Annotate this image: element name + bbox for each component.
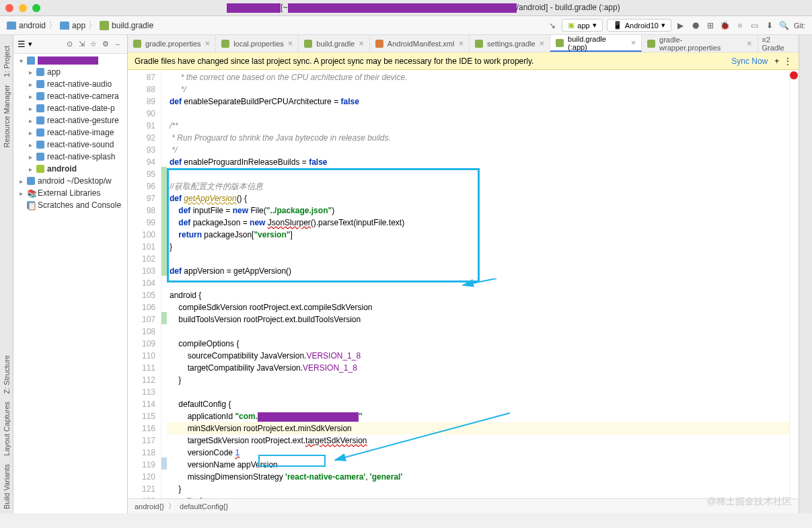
search-button[interactable]: 🔍 [779, 20, 790, 31]
avd-manager-button[interactable]: ▭ [749, 20, 760, 31]
editor-tab[interactable]: build.gradle× [299, 35, 369, 52]
close-icon[interactable]: × [458, 38, 464, 48]
crumb-android[interactable]: android [7, 21, 46, 30]
code-line[interactable]: splits { [167, 495, 789, 498]
layout-captures-tool-button[interactable]: Layout Captures [3, 398, 11, 460]
code-line[interactable] [167, 168, 789, 180]
code-line[interactable]: sourceCompatibility JavaVersion.VERSION_… [167, 350, 789, 362]
crumb[interactable]: android{} [135, 502, 164, 511]
attach-debugger-button[interactable]: 🐞 [720, 20, 731, 31]
tree-item[interactable]: ▾ [15, 55, 126, 66]
code-line[interactable]: targetCompatibility JavaVersion.VERSION_… [167, 362, 789, 374]
editor-tab[interactable]: AndroidManifest.xml× [370, 35, 470, 52]
code-line[interactable]: def enableProguardInReleaseBuilds = fals… [167, 156, 789, 168]
more-icon[interactable]: ⋮ [784, 56, 792, 66]
crumb-app[interactable]: app [60, 21, 85, 30]
code-line[interactable] [167, 326, 789, 338]
editor-tab[interactable]: settings.gradle× [470, 35, 550, 52]
editor-tab[interactable]: local.properties× [216, 35, 299, 52]
code-line[interactable]: compileSdkVersion rootProject.ext.compil… [167, 301, 789, 313]
tree-item[interactable]: ▸react-native-splash [15, 151, 126, 163]
code-line[interactable]: def appVersion = getAppVersion() [167, 265, 789, 277]
code-line[interactable]: * Run Proguard to shrink the Java byteco… [167, 132, 789, 144]
code-line[interactable]: */ [167, 83, 789, 96]
code-line[interactable]: } [167, 374, 789, 386]
code-line[interactable]: def inputFile = new File("../package.jso… [167, 204, 789, 217]
hide-button[interactable]: − [112, 39, 123, 50]
tree-item[interactable]: 📋Scratches and Console [15, 199, 126, 211]
sync-now-link[interactable]: Sync Now [731, 56, 768, 66]
tree-item[interactable]: ▸react-native-audio [15, 78, 126, 90]
minimize-window-button[interactable] [19, 4, 27, 12]
code-line[interactable]: buildToolsVersion rootProject.ext.buildT… [167, 313, 789, 326]
device-select[interactable]: 📱Android10 ▾ [607, 19, 671, 32]
sync-icon[interactable]: ↘ [547, 20, 558, 31]
code-line[interactable]: return packageJson["version"] [167, 229, 789, 241]
tabs-overflow[interactable]: ≡2 Gradle [758, 35, 799, 52]
stop-button[interactable]: ■ [735, 20, 745, 31]
project-tool-button[interactable]: 1: Project [3, 42, 11, 81]
code-line[interactable] [167, 253, 789, 265]
close-icon[interactable]: × [631, 38, 636, 48]
project-tree[interactable]: ▾ ▸app▸react-native-audio▸react-native-c… [13, 54, 127, 513]
code-line[interactable]: defaultConfig { [167, 398, 789, 410]
code-line[interactable]: */ [167, 144, 789, 156]
tree-item[interactable]: ▸react-native-date-p [15, 102, 126, 114]
editor-tab[interactable]: gradle-wrapper.properties× [642, 35, 758, 52]
close-icon[interactable]: × [288, 38, 293, 48]
code-line[interactable]: applicationId "com." [167, 410, 789, 422]
editor-tab[interactable]: build.gradle (:app)× [550, 35, 642, 52]
crumb[interactable]: defaultConfig{} [180, 502, 228, 511]
code-line[interactable]: versionName appVersion [167, 459, 789, 471]
code-line[interactable]: compileOptions { [167, 338, 789, 350]
code-line[interactable]: minSdkVersion rootProject.ext.minSdkVers… [167, 422, 789, 435]
code-line[interactable]: def enableSeparateBuildPerCPUArchitectur… [167, 96, 789, 108]
tree-item[interactable]: ▸react-native-camera [15, 90, 126, 102]
close-icon[interactable]: × [540, 38, 545, 48]
close-icon[interactable]: × [747, 38, 752, 48]
resource-manager-tool-button[interactable]: Resource Manager [3, 81, 11, 152]
close-window-button[interactable] [5, 4, 13, 12]
settings-icon[interactable]: ⚙ [100, 39, 111, 50]
tree-item[interactable]: ▸android ~/Desktop/w [15, 175, 126, 187]
error-indicator-icon[interactable] [790, 71, 798, 79]
code-line[interactable]: targetSdkVersion rootProject.ext.targetS… [167, 435, 789, 447]
code-line[interactable]: missingDimensionStrategy 'react-native-c… [167, 471, 789, 483]
run-button[interactable]: ▶ [675, 20, 686, 31]
code-line[interactable]: android { [167, 289, 789, 301]
project-view-select[interactable]: ▾ [28, 40, 32, 48]
tree-item[interactable]: ▸app [15, 66, 126, 78]
select-opened-file-button[interactable]: ⊙ [64, 39, 75, 50]
expand-all-button[interactable]: ⇲ [76, 39, 87, 50]
code-line[interactable] [167, 277, 789, 289]
tree-item[interactable]: ▸react-native-gesture [15, 114, 126, 126]
build-variants-tool-button[interactable]: Build Variants [3, 460, 11, 513]
close-icon[interactable]: × [205, 38, 211, 48]
code-line[interactable]: } [167, 483, 789, 495]
run-configuration-select[interactable]: ▣app ▾ [562, 19, 602, 32]
tree-item[interactable]: ▸📚External Libraries [15, 187, 126, 199]
maximize-window-button[interactable] [32, 4, 40, 12]
error-stripe[interactable] [789, 70, 799, 498]
code-editor[interactable]: 8788899091929394959697989910010110210310… [128, 70, 799, 498]
code-line[interactable]: } [167, 241, 789, 253]
debug-button[interactable]: ⬣ [690, 20, 701, 31]
code-line[interactable]: versionCode 1 [167, 447, 789, 459]
code-content[interactable]: * the correct one based on the CPU archi… [167, 70, 789, 498]
code-line[interactable]: def getAppVersion() { [167, 192, 789, 204]
structure-tool-button[interactable]: Z: Structure [3, 351, 11, 398]
add-icon[interactable]: + [774, 56, 779, 66]
code-line[interactable] [167, 108, 789, 120]
tree-item[interactable]: ▸react-native-sound [15, 139, 126, 151]
tree-item[interactable]: ▸react-native-image [15, 126, 126, 139]
collapse-all-button[interactable]: ☆ [88, 39, 99, 50]
code-line[interactable] [167, 386, 789, 398]
close-icon[interactable]: × [359, 38, 364, 48]
code-line[interactable]: def packageJson = new JsonSlurper().pars… [167, 217, 789, 229]
code-line[interactable]: //获取配置文件的版本信息 [167, 180, 789, 192]
crumb-file[interactable]: build.gradle [100, 21, 153, 30]
tree-item[interactable]: ▸android [15, 163, 126, 175]
sdk-manager-button[interactable]: ⬇ [764, 20, 775, 31]
code-line[interactable]: /** [167, 120, 789, 132]
profile-button[interactable]: ⊞ [705, 20, 716, 31]
